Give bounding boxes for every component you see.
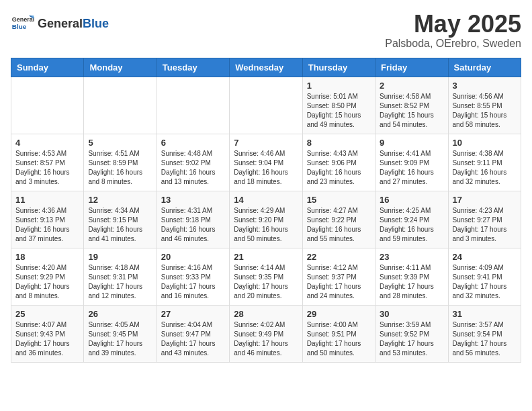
- day-number: 10: [453, 138, 517, 148]
- svg-text:General: General: [12, 16, 35, 23]
- day-number: 31: [453, 309, 517, 319]
- calendar-cell: 17Sunrise: 4:23 AM Sunset: 9:27 PM Dayli…: [448, 191, 521, 248]
- day-number: 11: [15, 195, 79, 205]
- calendar-cell: 12Sunrise: 4:34 AM Sunset: 9:15 PM Dayli…: [84, 191, 157, 248]
- calendar-cell: [230, 77, 302, 134]
- day-info: Sunrise: 4:18 AM Sunset: 9:31 PM Dayligh…: [88, 263, 152, 301]
- day-info: Sunrise: 4:04 AM Sunset: 9:47 PM Dayligh…: [161, 320, 225, 358]
- day-info: Sunrise: 4:41 AM Sunset: 9:09 PM Dayligh…: [380, 149, 443, 187]
- day-info: Sunrise: 4:27 AM Sunset: 9:22 PM Dayligh…: [307, 206, 371, 244]
- day-number: 28: [234, 309, 298, 319]
- day-info: Sunrise: 5:01 AM Sunset: 8:50 PM Dayligh…: [307, 92, 371, 130]
- day-info: Sunrise: 4:16 AM Sunset: 9:33 PM Dayligh…: [161, 263, 225, 301]
- day-info: Sunrise: 4:36 AM Sunset: 9:13 PM Dayligh…: [15, 206, 79, 244]
- calendar-cell: 7Sunrise: 4:46 AM Sunset: 9:04 PM Daylig…: [230, 134, 302, 191]
- logo: General Blue GeneralBlue: [11, 11, 109, 35]
- calendar-cell: 14Sunrise: 4:29 AM Sunset: 9:20 PM Dayli…: [230, 191, 302, 248]
- day-number: 16: [380, 195, 443, 205]
- calendar-cell: 27Sunrise: 4:04 AM Sunset: 9:47 PM Dayli…: [157, 305, 229, 362]
- day-info: Sunrise: 4:51 AM Sunset: 8:59 PM Dayligh…: [88, 149, 152, 187]
- calendar: SundayMondayTuesdayWednesdayThursdayFrid…: [11, 58, 521, 363]
- day-number: 1: [307, 81, 371, 91]
- day-number: 2: [380, 81, 443, 91]
- day-info: Sunrise: 4:11 AM Sunset: 9:39 PM Dayligh…: [380, 263, 443, 301]
- calendar-week-5: 25Sunrise: 4:07 AM Sunset: 9:43 PM Dayli…: [11, 305, 521, 362]
- svg-text:Blue: Blue: [12, 23, 27, 30]
- title-section: May 2025 Palsboda, OErebro, Sweden: [385, 11, 521, 50]
- logo-general: General: [38, 17, 83, 30]
- calendar-cell: [84, 77, 157, 134]
- calendar-header-friday: Friday: [375, 58, 448, 77]
- calendar-header-sunday: Sunday: [11, 58, 84, 77]
- calendar-header-row: SundayMondayTuesdayWednesdayThursdayFrid…: [11, 58, 521, 77]
- calendar-cell: 3Sunrise: 4:56 AM Sunset: 8:55 PM Daylig…: [448, 77, 521, 134]
- month-title: May 2025: [385, 11, 521, 38]
- calendar-cell: 10Sunrise: 4:38 AM Sunset: 9:11 PM Dayli…: [448, 134, 521, 191]
- calendar-cell: 19Sunrise: 4:18 AM Sunset: 9:31 PM Dayli…: [84, 248, 157, 305]
- calendar-cell: 22Sunrise: 4:12 AM Sunset: 9:37 PM Dayli…: [302, 248, 375, 305]
- calendar-cell: 1Sunrise: 5:01 AM Sunset: 8:50 PM Daylig…: [302, 77, 375, 134]
- calendar-cell: 21Sunrise: 4:14 AM Sunset: 9:35 PM Dayli…: [230, 248, 302, 305]
- day-info: Sunrise: 4:29 AM Sunset: 9:20 PM Dayligh…: [234, 206, 298, 244]
- calendar-cell: 24Sunrise: 4:09 AM Sunset: 9:41 PM Dayli…: [448, 248, 521, 305]
- day-number: 15: [307, 195, 371, 205]
- day-number: 6: [161, 138, 225, 148]
- day-info: Sunrise: 3:57 AM Sunset: 9:54 PM Dayligh…: [453, 320, 517, 358]
- day-info: Sunrise: 4:38 AM Sunset: 9:11 PM Dayligh…: [453, 149, 517, 187]
- day-info: Sunrise: 4:53 AM Sunset: 8:57 PM Dayligh…: [15, 149, 79, 187]
- day-info: Sunrise: 4:07 AM Sunset: 9:43 PM Dayligh…: [15, 320, 79, 358]
- page-header: General Blue GeneralBlue May 2025 Palsbo…: [11, 11, 521, 50]
- day-info: Sunrise: 4:23 AM Sunset: 9:27 PM Dayligh…: [453, 206, 517, 244]
- day-number: 3: [453, 81, 517, 91]
- calendar-cell: 4Sunrise: 4:53 AM Sunset: 8:57 PM Daylig…: [11, 134, 84, 191]
- day-info: Sunrise: 4:20 AM Sunset: 9:29 PM Dayligh…: [15, 263, 79, 301]
- calendar-header-monday: Monday: [84, 58, 157, 77]
- day-info: Sunrise: 4:46 AM Sunset: 9:04 PM Dayligh…: [234, 149, 298, 187]
- day-number: 14: [234, 195, 298, 205]
- logo-blue: Blue: [83, 17, 109, 30]
- day-number: 5: [88, 138, 152, 148]
- calendar-cell: 31Sunrise: 3:57 AM Sunset: 9:54 PM Dayli…: [448, 305, 521, 362]
- calendar-cell: [11, 77, 84, 134]
- location: Palsboda, OErebro, Sweden: [385, 38, 521, 50]
- calendar-cell: 2Sunrise: 4:58 AM Sunset: 8:52 PM Daylig…: [375, 77, 448, 134]
- calendar-header-tuesday: Tuesday: [157, 58, 229, 77]
- calendar-week-1: 1Sunrise: 5:01 AM Sunset: 8:50 PM Daylig…: [11, 77, 521, 134]
- calendar-header-saturday: Saturday: [448, 58, 521, 77]
- day-number: 27: [161, 309, 225, 319]
- day-info: Sunrise: 3:59 AM Sunset: 9:52 PM Dayligh…: [380, 320, 443, 358]
- calendar-cell: 20Sunrise: 4:16 AM Sunset: 9:33 PM Dayli…: [157, 248, 229, 305]
- calendar-header-thursday: Thursday: [302, 58, 375, 77]
- calendar-cell: 29Sunrise: 4:00 AM Sunset: 9:51 PM Dayli…: [302, 305, 375, 362]
- day-number: 21: [234, 252, 298, 262]
- day-number: 17: [453, 195, 517, 205]
- day-info: Sunrise: 4:12 AM Sunset: 9:37 PM Dayligh…: [307, 263, 371, 301]
- calendar-cell: 5Sunrise: 4:51 AM Sunset: 8:59 PM Daylig…: [84, 134, 157, 191]
- calendar-cell: 9Sunrise: 4:41 AM Sunset: 9:09 PM Daylig…: [375, 134, 448, 191]
- day-number: 29: [307, 309, 371, 319]
- calendar-cell: 25Sunrise: 4:07 AM Sunset: 9:43 PM Dayli…: [11, 305, 84, 362]
- day-info: Sunrise: 4:25 AM Sunset: 9:24 PM Dayligh…: [380, 206, 443, 244]
- calendar-cell: 8Sunrise: 4:43 AM Sunset: 9:06 PM Daylig…: [302, 134, 375, 191]
- day-number: 24: [453, 252, 517, 262]
- day-number: 26: [88, 309, 152, 319]
- calendar-cell: 18Sunrise: 4:20 AM Sunset: 9:29 PM Dayli…: [11, 248, 84, 305]
- day-number: 12: [88, 195, 152, 205]
- calendar-cell: 26Sunrise: 4:05 AM Sunset: 9:45 PM Dayli…: [84, 305, 157, 362]
- day-number: 23: [380, 252, 443, 262]
- day-number: 25: [15, 309, 79, 319]
- calendar-cell: 16Sunrise: 4:25 AM Sunset: 9:24 PM Dayli…: [375, 191, 448, 248]
- calendar-cell: 23Sunrise: 4:11 AM Sunset: 9:39 PM Dayli…: [375, 248, 448, 305]
- day-info: Sunrise: 4:31 AM Sunset: 9:18 PM Dayligh…: [161, 206, 225, 244]
- day-number: 9: [380, 138, 443, 148]
- day-info: Sunrise: 4:58 AM Sunset: 8:52 PM Dayligh…: [380, 92, 443, 130]
- day-number: 20: [161, 252, 225, 262]
- calendar-week-4: 18Sunrise: 4:20 AM Sunset: 9:29 PM Dayli…: [11, 248, 521, 305]
- calendar-cell: 15Sunrise: 4:27 AM Sunset: 9:22 PM Dayli…: [302, 191, 375, 248]
- calendar-cell: 13Sunrise: 4:31 AM Sunset: 9:18 PM Dayli…: [157, 191, 229, 248]
- calendar-cell: [157, 77, 229, 134]
- day-info: Sunrise: 4:05 AM Sunset: 9:45 PM Dayligh…: [88, 320, 152, 358]
- calendar-header-wednesday: Wednesday: [230, 58, 302, 77]
- day-number: 19: [88, 252, 152, 262]
- day-number: 18: [15, 252, 79, 262]
